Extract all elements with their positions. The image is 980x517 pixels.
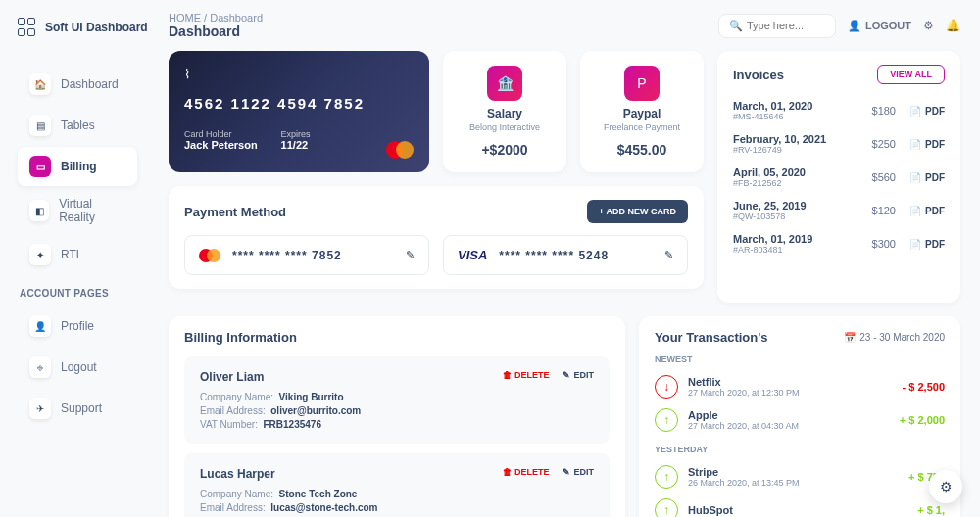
billing-title: Billing Information: [184, 330, 610, 345]
transaction-row: ↑ Apple27 March 2020, at 04:30 AM + $ 2,…: [655, 403, 945, 437]
user-icon: 👤: [848, 20, 861, 32]
paypal-icon: P: [624, 66, 660, 101]
invoice-row: March, 01, 2020#MS-415646 $180 📄PDF: [733, 94, 945, 127]
payment-method: Payment Method + ADD NEW CARD **** **** …: [169, 186, 704, 289]
gear-icon: ⚙: [940, 479, 953, 494]
card-holder: Jack Peterson: [184, 139, 258, 151]
pdf-button[interactable]: 📄PDF: [909, 172, 945, 183]
billing-card: Oliver Liam 🗑DELETE ✎EDIT Company Name: …: [184, 356, 610, 444]
sidebar-item-dashboard[interactable]: 🏠 Dashboard: [18, 65, 137, 104]
topbar: HOME / Dashboard Dashboard 🔍 👤 LOGOUT ⚙ …: [169, 12, 960, 39]
search-icon: 🔍: [729, 20, 743, 32]
delete-button[interactable]: 🗑DELETE: [503, 370, 550, 380]
pdf-icon: 📄: [909, 106, 921, 117]
pdf-icon: 📄: [909, 206, 921, 216]
card-expires: 11/22: [281, 139, 311, 151]
edit-card-button[interactable]: ✎: [664, 249, 673, 261]
payment-method-title: Payment Method: [184, 205, 286, 219]
invoices-title: Invoices: [733, 68, 784, 82]
pencil-icon: ✎: [563, 467, 570, 477]
transactions-title: Your Transaction's: [655, 330, 768, 345]
calendar-icon: 📅: [844, 332, 856, 343]
pdf-button[interactable]: 📄PDF: [909, 239, 945, 250]
sidebar-item-logout[interactable]: ⎆ Logout: [18, 348, 137, 387]
sidebar-item-tables[interactable]: ▤ Tables: [18, 106, 137, 145]
pdf-icon: 📄: [909, 172, 921, 183]
pdf-button[interactable]: 📄PDF: [909, 139, 945, 150]
arrow-up-icon: ↑: [655, 465, 678, 489]
transactions: Your Transaction's 📅 23 - 30 March 2020 …: [639, 316, 960, 517]
notifications-button[interactable]: 🔔: [946, 19, 960, 32]
invoices: Invoices VIEW ALL March, 01, 2020#MS-415…: [717, 51, 960, 303]
table-icon: ▤: [29, 115, 51, 136]
arrow-up-icon: ↑: [655, 408, 678, 432]
transaction-row: ↑ HubSpot + $ 1,: [655, 494, 945, 517]
invoice-row: March, 01, 2019#AR-803481 $300 📄PDF: [733, 227, 945, 260]
stat-salary: 🏦 Salary Belong Interactive +$2000: [443, 51, 566, 172]
billing-card: Lucas Harper 🗑DELETE ✎EDIT Company Name:…: [184, 453, 610, 517]
pdf-icon: 📄: [909, 139, 921, 150]
support-icon: ✈: [29, 398, 51, 419]
sidebar-item-vr[interactable]: ◧ Virtual Reality: [18, 188, 137, 233]
payment-card-visa: VISA **** **** **** 5248 ✎: [443, 235, 688, 275]
pencil-icon: ✎: [563, 370, 570, 380]
arrow-up-icon: ↑: [655, 498, 678, 517]
card-number: 4562 1122 4594 7852: [184, 95, 414, 112]
gear-icon: ⚙: [923, 19, 934, 32]
credit-card: ⌇ 4562 1122 4594 7852 Card Holder Jack P…: [169, 51, 429, 172]
invoice-row: February, 10, 2021#RV-126749 $250 📄PDF: [733, 127, 945, 161]
home-icon: 🏠: [29, 73, 51, 95]
sidebar: Soft UI Dashboard 🏠 Dashboard ▤ Tables ▭…: [0, 0, 149, 517]
search-input[interactable]: [747, 20, 825, 31]
pdf-button[interactable]: 📄PDF: [909, 106, 945, 117]
delete-button[interactable]: 🗑DELETE: [503, 467, 550, 477]
search-box[interactable]: 🔍: [718, 14, 836, 38]
user-icon: 👤: [29, 315, 51, 337]
breadcrumb: HOME / Dashboard: [169, 12, 263, 24]
bell-icon: 🔔: [946, 19, 960, 32]
breadcrumb-current: Dashboard: [210, 12, 263, 24]
brand: Soft UI Dashboard: [18, 18, 149, 37]
settings-fab[interactable]: ⚙: [929, 470, 962, 503]
mastercard-icon: [199, 249, 220, 262]
brand-icon: [18, 18, 37, 37]
transaction-row: ↓ Netflix27 March 2020, at 12:30 PM - $ …: [655, 370, 945, 403]
settings-button[interactable]: ⚙: [923, 19, 934, 32]
main: HOME / Dashboard Dashboard 🔍 👤 LOGOUT ⚙ …: [149, 0, 980, 517]
add-new-card-button[interactable]: + ADD NEW CARD: [587, 200, 688, 223]
arrow-down-icon: ↓: [655, 375, 678, 399]
logout-link[interactable]: 👤 LOGOUT: [848, 20, 911, 32]
edit-button[interactable]: ✎EDIT: [563, 370, 594, 380]
transactions-range: 📅 23 - 30 March 2020: [844, 332, 945, 343]
logout-icon: ⎆: [29, 356, 51, 378]
mastercard-icon: [386, 141, 414, 159]
stat-paypal: P Paypal Freelance Payment $455.00: [580, 51, 704, 172]
card-icon: ▭: [29, 156, 51, 177]
rtl-icon: ✦: [29, 244, 51, 265]
payment-card-mastercard: **** **** **** 7852 ✎: [184, 235, 429, 275]
trash-icon: 🗑: [503, 467, 512, 477]
view-all-button[interactable]: VIEW ALL: [877, 65, 945, 84]
visa-icon: VISA: [458, 248, 487, 262]
trash-icon: 🗑: [503, 370, 512, 380]
breadcrumb-home[interactable]: HOME: [169, 12, 201, 24]
bank-icon: 🏦: [487, 66, 522, 101]
sidebar-item-support[interactable]: ✈ Support: [18, 389, 137, 428]
invoice-row: April, 05, 2020#FB-212562 $560 📄PDF: [733, 161, 945, 194]
invoice-row: June, 25, 2019#QW-103578 $120 📄PDF: [733, 194, 945, 227]
vr-icon: ◧: [29, 200, 49, 221]
sidebar-item-billing[interactable]: ▭ Billing: [18, 147, 137, 186]
wifi-icon: ⌇: [184, 67, 414, 81]
nav-section-title: ACCOUNT PAGES: [20, 288, 149, 299]
brand-label: Soft UI Dashboard: [45, 21, 148, 34]
page-title: Dashboard: [169, 24, 263, 39]
edit-card-button[interactable]: ✎: [406, 249, 415, 261]
pdf-button[interactable]: 📄PDF: [909, 206, 945, 216]
sidebar-item-profile[interactable]: 👤 Profile: [18, 306, 137, 346]
pdf-icon: 📄: [909, 239, 921, 250]
billing-information: Billing Information Oliver Liam 🗑DELETE …: [169, 316, 625, 517]
sidebar-item-rtl[interactable]: ✦ RTL: [18, 235, 137, 274]
transaction-row: ↑ Stripe26 March 2020, at 13:45 PM + $ 7…: [655, 460, 945, 494]
edit-button[interactable]: ✎EDIT: [563, 467, 594, 477]
